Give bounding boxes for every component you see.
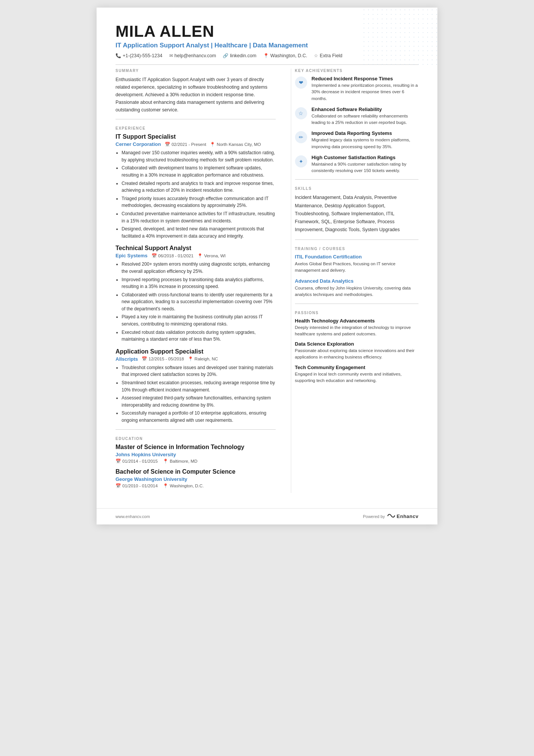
passions-label: PASSIONS bbox=[295, 311, 418, 315]
exp-title-2: Technical Support Analyst bbox=[116, 245, 276, 252]
bullet: Troubleshot complex software issues and … bbox=[122, 364, 276, 378]
exp-entry-3: Application Support Specialist Allscript… bbox=[116, 348, 276, 424]
achievement-title-2: Enhanced Software Reliability bbox=[312, 106, 418, 112]
bullet: Conducted preventative maintenance activ… bbox=[122, 210, 276, 224]
pin-icon-3: 📍 bbox=[188, 356, 193, 362]
summary-divider bbox=[116, 119, 276, 119]
edu-entry-2: Bachelor of Science in Computer Science … bbox=[116, 468, 276, 488]
achievement-desc-2: Collaborated on software reliability enh… bbox=[312, 113, 418, 126]
bullet: Triaged priority issues accurately throu… bbox=[122, 195, 276, 209]
achievement-desc-1: Implemented a new prioritization process… bbox=[312, 82, 418, 102]
bullet: Improved reporting processes by transiti… bbox=[122, 276, 276, 290]
exp-bullets-2: Resolved 200+ system errors monthly usin… bbox=[116, 261, 276, 343]
achievement-2: ☆ Enhanced Software Reliability Collabor… bbox=[295, 106, 418, 126]
footer-url: www.enhancv.com bbox=[116, 514, 150, 519]
exp-company-2: Epic Systems bbox=[116, 253, 148, 258]
left-column: SUMMARY Enthusiastic IT Application Supp… bbox=[116, 69, 279, 493]
exp-bullets-1: Managed over 150 customer inquiries week… bbox=[116, 149, 276, 239]
achievement-desc-4: Maintained a 90% customer satisfaction r… bbox=[312, 161, 418, 174]
bullet: Collaborated with development teams to i… bbox=[122, 164, 276, 178]
resume-document: MILA ALLEN IT Application Support Analys… bbox=[97, 8, 437, 524]
experience-label: EXPERIENCE bbox=[116, 126, 276, 130]
bullet: Designed, developed, and tested new data… bbox=[122, 225, 276, 239]
passion-desc-3: Engaged in local tech community events a… bbox=[295, 371, 418, 384]
footer: www.enhancv.com Powered by Enhancv bbox=[97, 508, 437, 524]
star-icon: ☆ bbox=[314, 53, 318, 58]
education-label: EDUCATION bbox=[116, 437, 276, 441]
edu-school-2: George Washington University bbox=[116, 476, 276, 482]
achievement-3: ✏ Improved Data Reporting Systems Migrat… bbox=[295, 130, 418, 150]
achievement-title-1: Reduced Incident Response Times bbox=[312, 76, 418, 81]
calendar-icon-3: 📅 bbox=[142, 356, 147, 362]
calendar-icon-1: 📅 bbox=[165, 142, 170, 147]
training-label: TRAINING / COURSES bbox=[295, 247, 418, 251]
passion-desc-1: Deeply interested in the integration of … bbox=[295, 324, 418, 338]
right-column: KEY ACHIEVEMENTS ❤ Reduced Incident Resp… bbox=[291, 69, 418, 493]
bullet: Successfully managed a portfolio of 10 e… bbox=[122, 410, 276, 424]
exp-title-3: Application Support Specialist bbox=[116, 348, 276, 355]
achievement-title-3: Improved Data Reporting Systems bbox=[312, 130, 418, 136]
achievement-icon-2: ☆ bbox=[295, 107, 307, 119]
exp-dates-1: 📅 02/2021 - Present bbox=[165, 142, 206, 147]
passion-1: Health Technology Advancements Deeply in… bbox=[295, 318, 418, 338]
achievement-icon-4: ✦ bbox=[295, 155, 307, 167]
achievement-title-4: High Customer Satisfaction Ratings bbox=[312, 155, 418, 160]
pin-icon-edu1: 📍 bbox=[163, 459, 168, 464]
edu-school-1: Johns Hopkins University bbox=[116, 452, 276, 457]
achievement-icon-1: ❤ bbox=[295, 77, 307, 89]
achievement-text-4: High Customer Satisfaction Ratings Maint… bbox=[312, 155, 418, 174]
exp-meta-3: Allscripts 📅 12/2015 - 05/2018 📍 Raleigh… bbox=[116, 356, 276, 362]
skills-label: SKILLS bbox=[295, 186, 418, 191]
course-1: ITIL Foundation Certification Axelos Glo… bbox=[295, 254, 418, 274]
candidate-title: IT Application Support Analyst | Healthc… bbox=[116, 42, 418, 49]
edu-meta-1: 📅 01/2014 - 01/2015 📍 Baltimore, MD bbox=[116, 459, 276, 464]
contact-phone: 📞 +1-(234)-555-1234 bbox=[116, 53, 162, 58]
exp-meta-1: Cerner Corporation 📅 02/2021 - Present 📍… bbox=[116, 141, 276, 147]
exp-location-3: 📍 Raleigh, NC bbox=[188, 356, 218, 362]
bullet: Managed over 150 customer inquiries week… bbox=[122, 149, 276, 163]
passion-title-3: Tech Community Engagement bbox=[295, 365, 418, 370]
edu-entry-1: Master of Science in Information Technol… bbox=[116, 444, 276, 464]
skills-divider bbox=[295, 179, 418, 180]
exp-dates-2: 📅 06/2018 - 01/2021 bbox=[151, 253, 194, 258]
achievement-desc-3: Migrated legacy data systems to modern p… bbox=[312, 137, 418, 150]
exp-bullets-3: Troubleshot complex software issues and … bbox=[116, 364, 276, 424]
calendar-icon-edu1: 📅 bbox=[116, 459, 121, 464]
exp-company-1: Cerner Corporation bbox=[116, 141, 161, 147]
passions-divider bbox=[295, 304, 418, 304]
achievement-1: ❤ Reduced Incident Response Times Implem… bbox=[295, 76, 418, 102]
contact-extra: ☆ Extra Field bbox=[314, 53, 342, 58]
achievement-4: ✦ High Customer Satisfaction Ratings Mai… bbox=[295, 155, 418, 174]
bullet: Executed robust data validation protocol… bbox=[122, 329, 276, 343]
exp-location-1: 📍 North Kansas City, MO bbox=[210, 142, 261, 147]
edu-meta-2: 📅 01/2010 - 01/2014 📍 Washington, D.C. bbox=[116, 483, 276, 488]
passion-desc-2: Passionate about exploring data science … bbox=[295, 347, 418, 361]
summary-label: SUMMARY bbox=[116, 69, 276, 73]
email-icon: ✉ bbox=[169, 53, 173, 58]
main-content: SUMMARY Enthusiastic IT Application Supp… bbox=[116, 69, 418, 493]
location-icon: 📍 bbox=[263, 53, 269, 58]
achievement-text-1: Reduced Incident Response Times Implemen… bbox=[312, 76, 418, 102]
summary-text: Enthusiastic IT Application Support Anal… bbox=[116, 76, 276, 114]
calendar-icon-2: 📅 bbox=[151, 253, 157, 258]
course-desc-1: Axelos Global Best Practices, focusing o… bbox=[295, 261, 418, 274]
training-divider bbox=[295, 239, 418, 240]
exp-dates-3: 📅 12/2015 - 05/2018 bbox=[142, 356, 184, 362]
exp-title-1: IT Support Specialist bbox=[116, 133, 276, 140]
course-desc-2: Coursera, offered by John Hopkins Univer… bbox=[295, 285, 418, 298]
skills-text: Incident Management, Data Analysis, Prev… bbox=[295, 194, 418, 234]
contact-location: 📍 Washington, D.C. bbox=[263, 53, 308, 58]
contact-email: ✉ help@enhancv.com bbox=[169, 53, 216, 58]
education-divider bbox=[116, 429, 276, 430]
course-title-2: Advanced Data Analytics bbox=[295, 278, 418, 284]
pin-icon-1: 📍 bbox=[210, 142, 215, 147]
exp-entry-2: Technical Support Analyst Epic Systems 📅… bbox=[116, 245, 276, 343]
contact-line: 📞 +1-(234)-555-1234 ✉ help@enhancv.com 🔗… bbox=[116, 53, 418, 58]
achievement-text-3: Improved Data Reporting Systems Migrated… bbox=[312, 130, 418, 150]
calendar-icon-edu2: 📅 bbox=[116, 483, 121, 488]
logo-text: Enhancv bbox=[397, 513, 418, 519]
candidate-name: MILA ALLEN bbox=[116, 23, 418, 40]
exp-location-2: 📍 Verona, WI bbox=[197, 253, 226, 258]
achievements-label: KEY ACHIEVEMENTS bbox=[295, 69, 418, 73]
logo-symbol bbox=[387, 513, 395, 520]
